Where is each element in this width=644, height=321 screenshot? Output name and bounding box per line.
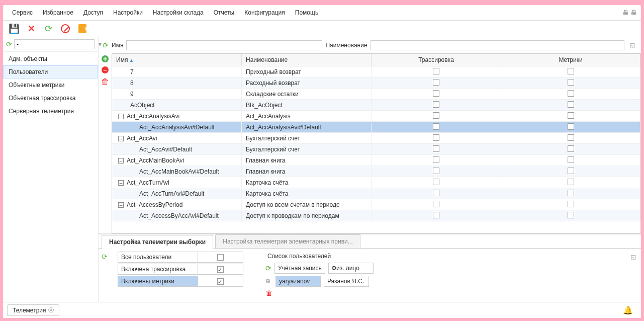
table-row[interactable]: Act_AccTurnAvi#DefaultКарточка счёта [112,188,640,199]
menu-reports[interactable]: Отчеты [209,7,239,18]
trace-checkbox[interactable] [433,123,439,130]
trace-checkbox[interactable] [433,68,439,74]
left-filter-input[interactable] [14,39,95,49]
nav-item[interactable]: Серверная телеметрия [3,105,98,118]
metrics-checkbox[interactable] [568,134,574,141]
notifications-icon[interactable]: 🔔 [623,305,637,315]
cell-desc: Расходный возврат [242,78,372,88]
table-row[interactable]: –Act_AccAviБухгалтерский счет [112,133,640,144]
users-col-account[interactable]: Учётная запись [274,263,325,274]
metrics-checkbox[interactable] [568,90,574,97]
metrics-checkbox[interactable] [568,112,574,119]
tree-toggle-icon[interactable]: – [118,202,124,208]
metrics-checkbox[interactable] [568,168,574,174]
table-row[interactable]: 7Приходный возврат [112,66,640,77]
col-header-desc[interactable]: Наименование [242,54,372,66]
exit-icon[interactable] [77,24,87,34]
tree-toggle-icon[interactable]: – [118,180,124,186]
table-row[interactable]: –Act_AccMainBookAviГлавная книга [112,155,640,166]
metrics-checkbox[interactable] [568,145,574,152]
menu-help[interactable]: Помощь [290,7,323,18]
table-row[interactable]: –Act_AccTurnAviКарточка счёта [112,177,640,188]
nav-item[interactable]: Адм. объекты [3,52,98,65]
table-row[interactable]: –Act_AccessByPeriodДоступ ко всем счетам… [112,199,640,210]
tree-toggle-icon[interactable]: – [118,136,124,141]
save-icon[interactable]: 💾 [9,24,19,34]
users-col-person[interactable]: Физ. лицо [328,263,374,274]
menu-access[interactable]: Доступ [78,7,108,18]
grid-corner-icon[interactable]: ◱ [627,41,637,50]
users-cell-account[interactable]: yaryazanov [275,276,321,287]
table-row[interactable]: Act_AccAvi#DefaultБухгалтерский счет [112,144,640,155]
nav-item[interactable]: Пользователи [3,65,98,78]
setting-metrics-checkbox[interactable] [217,278,224,285]
print-icon[interactable]: 🖶 [623,9,629,16]
users-refresh-icon[interactable]: ⟳ [265,264,271,272]
trace-checkbox[interactable] [433,168,439,174]
users-delete-icon[interactable]: 🗑 [265,289,272,297]
left-refresh-icon[interactable]: ⟳ [6,40,12,48]
forbid-icon[interactable] [60,24,70,34]
filter-desc-label: Наименование [325,42,367,49]
table-row[interactable]: Act_AccessByAccAvi#DefaultДоступ к прово… [112,210,640,221]
table-row[interactable]: AcObjectBtk_AcObject [112,100,640,111]
trace-checkbox[interactable] [433,134,439,141]
table-row[interactable]: Act_AccMainBookAvi#DefaultГлавная книга [112,166,640,177]
users-cell-person[interactable]: Рязанов Я.С. [324,276,369,287]
footer-tab-telemetry[interactable]: Телеметрия ⓧ [7,304,59,316]
refresh-icon[interactable]: ⟳ [43,24,53,34]
table-row[interactable]: 8Расходный возврат [112,77,640,89]
menu-config[interactable]: Конфигурация [239,7,290,18]
cancel-icon[interactable]: ✕ [26,24,36,34]
table-row[interactable]: –Act_AccAnalysisAviAct_AccAnalysis [112,111,640,122]
metrics-checkbox[interactable] [568,79,574,86]
trace-checkbox[interactable] [433,90,439,97]
metrics-checkbox[interactable] [568,68,574,74]
trace-checkbox[interactable] [433,79,439,86]
users-corner-icon[interactable]: ◱ [628,253,638,262]
trace-checkbox[interactable] [433,212,439,218]
table-row[interactable]: 9Складские остатки [112,89,640,100]
menu-settings[interactable]: Настройки [108,7,148,18]
footer-tab-close-icon[interactable]: ⓧ [48,306,54,314]
metrics-checkbox[interactable] [568,101,574,108]
menu-service[interactable]: Сервис [7,7,38,18]
trace-checkbox[interactable] [433,190,439,196]
trace-checkbox[interactable] [433,101,439,108]
trace-checkbox[interactable] [433,156,439,163]
nav-item[interactable]: Объектная трассировка [3,92,98,105]
metrics-checkbox[interactable] [568,212,574,218]
delete-row-icon[interactable]: 🗑 [101,77,109,87]
metrics-checkbox[interactable] [568,156,574,163]
metrics-checkbox[interactable] [568,190,574,196]
setting-trace-checkbox[interactable] [217,266,224,273]
nav-item[interactable]: Объектные метрики [3,78,98,92]
trace-checkbox[interactable] [433,112,439,119]
trace-checkbox[interactable] [433,201,439,207]
right-panel: ⟳ Имя Наименование ◱ + – 🗑 Имя На [99,37,641,302]
settings-refresh-icon[interactable]: ⟳ [102,253,108,261]
metrics-checkbox[interactable] [568,123,574,130]
tab-telemetry-selection[interactable]: Настройка телеметрии выборки [102,235,213,249]
grid-refresh-icon[interactable]: ⟳ [103,41,109,49]
filter-name-input[interactable] [126,40,322,50]
menu-warehouse[interactable]: Настройки склада [148,7,209,18]
metrics-checkbox[interactable] [568,179,574,185]
export-icon[interactable]: 🖶 [631,9,637,16]
trace-checkbox[interactable] [433,145,439,152]
table-row[interactable]: Act_AccAnalysisAvi#DefaultAct_AccAnalysi… [112,122,640,133]
cell-desc: Доступ ко всем счетам в периоде [242,200,372,210]
tree-toggle-icon[interactable]: – [118,114,124,119]
tree-toggle-icon[interactable]: – [118,158,124,164]
menu-favorites[interactable]: Избранное [38,7,78,18]
setting-all-users-checkbox[interactable] [217,254,224,261]
add-row-icon[interactable]: + [102,55,109,62]
tab-telemetry-elementary[interactable]: Настройка телеметрии элементарных приви.… [215,234,360,248]
col-header-trace[interactable]: Трассировка [372,54,501,66]
metrics-checkbox[interactable] [568,201,574,207]
col-header-metrics[interactable]: Метрики [501,54,640,66]
remove-row-icon[interactable]: – [102,66,109,73]
trace-checkbox[interactable] [433,179,439,185]
filter-desc-input[interactable] [371,40,624,50]
col-header-name[interactable]: Имя [112,54,242,66]
